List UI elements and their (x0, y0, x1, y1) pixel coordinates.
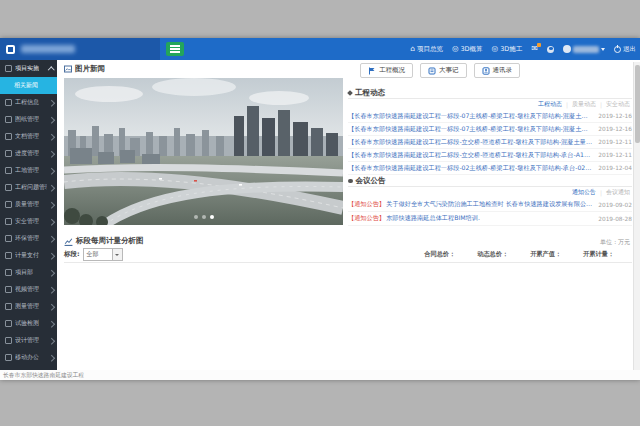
update-date: 2019-12-04 (598, 165, 632, 171)
flag-icon (368, 67, 376, 75)
username-blurred (573, 46, 599, 53)
sidebar-item-10[interactable]: 安全管理 (0, 213, 57, 230)
chevron-icon (48, 134, 54, 140)
sidebar-item-3[interactable]: 工程信息 (0, 94, 57, 111)
chevron-icon (48, 100, 54, 106)
menu-icon (5, 337, 12, 344)
sidebar-item-12[interactable]: 计量支付 (0, 247, 57, 264)
sidebar-item-label: 试验检测 (15, 319, 39, 328)
announcements-link-1[interactable]: 通知公告 (572, 188, 596, 197)
sidebar-item-label: 设计管理 (15, 336, 39, 345)
sidebar-item-1[interactable]: 项目实施 (0, 60, 57, 77)
chevron-icon (48, 236, 54, 242)
chevron-icon (48, 321, 54, 327)
analysis-controls: 标段: 全部 合同总价：动态总价：开累产值：开累计量： (64, 248, 632, 261)
section-bullet-icon (347, 90, 353, 96)
sidebar-item-label: 质量管理 (15, 200, 39, 209)
update-row-5[interactable]: 【长春市东部快速路南延建设工程一标段-02主线桥-桥梁工程-墩柱及下部结构-承台… (348, 162, 632, 175)
menu-icon (5, 354, 12, 361)
analysis-title: 标段每周计量分析图 (76, 236, 144, 246)
announcement-link: 东部快速路南延总体工程BIM培训. (386, 214, 592, 223)
updates-link-2[interactable]: 质量动态 (572, 100, 596, 109)
carousel-dot-3[interactable] (210, 215, 214, 219)
update-date: 2019-12-11 (598, 152, 632, 158)
analysis-unit: 单位：万元 (600, 238, 630, 247)
screen: { "topbar": { "nav": [ {"icon": "home-ic… (0, 0, 640, 426)
top-nav-label: 3D施工 (500, 45, 522, 54)
sidebar-item-17[interactable]: 设计管理 (0, 332, 57, 349)
sidebar-item-14[interactable]: 视频管理 (0, 281, 57, 298)
section-select[interactable]: 全部 (83, 248, 123, 261)
chevron-icon (48, 338, 54, 344)
updates-title: 工程动态 (355, 88, 385, 98)
update-date: 2019-12-16 (598, 113, 632, 119)
top-nav-item-3[interactable]: ◎3D施工 (492, 45, 523, 54)
update-date: 2019-12-16 (598, 126, 632, 132)
tab-2[interactable]: 大事记 (420, 63, 467, 78)
carousel-dot-1[interactable] (194, 215, 198, 219)
user-account[interactable] (563, 45, 605, 53)
sidebar-item-7[interactable]: 工地管理 (0, 162, 57, 179)
total-label-3: 开累产值： (530, 250, 561, 259)
announcement-row-2[interactable]: 【通知公告】东部快速路南延总体工程BIM培训.2019-08-28 (348, 212, 632, 226)
tab-1[interactable]: 工程概况 (360, 63, 413, 78)
menu-icon (5, 218, 12, 225)
chevron-icon (48, 253, 54, 259)
sidebar-item-8[interactable]: 工程问题管理 (0, 179, 57, 196)
sidebar-item-9[interactable]: 质量管理 (0, 196, 57, 213)
vertical-scrollbar[interactable] (633, 62, 640, 370)
sidebar-item-5[interactable]: 文档管理 (0, 128, 57, 145)
top-nav-label: 项目总览 (417, 45, 443, 54)
news-carousel[interactable] (64, 78, 343, 225)
total-label-2: 动态总价： (477, 250, 508, 259)
top-nav-items: ⌂项目总览◎3D概算◎3D施工✉退出 (410, 38, 636, 60)
divider (348, 186, 632, 187)
chevron-icon (48, 355, 54, 361)
updates-link-1[interactable]: 工程动态 (538, 100, 562, 109)
logout-label: 退出 (623, 45, 636, 54)
chevron-icon (48, 67, 54, 73)
sidebar-item-15[interactable]: 测量管理 (0, 298, 57, 315)
announcements-link-2[interactable]: 会议通知 (606, 188, 630, 197)
carousel-dot-2[interactable] (202, 215, 206, 219)
update-row-2[interactable]: 【长春市东部快速路南延建设工程一标段-07主线桥-桥梁工程-墩柱及下部结构-混凝… (348, 123, 632, 136)
sidebar-item-6[interactable]: 进度管理 (0, 145, 57, 162)
sidebar-toggle-button[interactable] (166, 42, 184, 56)
update-row-3[interactable]: 【长春市东部快速路南延建设工程二标段-立交桥-匝道桥工程-墩柱及下部结构-混凝土… (348, 136, 632, 149)
menu-icon (5, 269, 12, 276)
announcement-link: 关于做好全市大气污染防治施工工地检查时 长春市快速路建设发展有限公司、中铁一局集… (386, 200, 592, 209)
top-nav-item-2[interactable]: ◎3D概算 (452, 45, 483, 54)
top-nav-item-1[interactable]: ⌂项目总览 (410, 45, 443, 54)
sidebar-item-label: 项目部 (15, 268, 33, 277)
menu-icon (5, 99, 12, 106)
menu-icon (5, 252, 12, 259)
sidebar-item-label: 安全管理 (15, 217, 39, 226)
sidebar-item-16[interactable]: 试验检测 (0, 315, 57, 332)
updates-link-3[interactable]: 安全动态 (606, 100, 630, 109)
scrollbar-thumb[interactable] (635, 65, 640, 143)
update-row-1[interactable]: 【长春市东部快速路南延建设工程一标段-07主线桥-桥梁工程-墩柱及下部结构-混凝… (348, 110, 632, 123)
tab-label: 通讯录 (493, 66, 513, 75)
sidebar-item-18[interactable]: 移动办公 (0, 349, 57, 366)
sidebar-item-11[interactable]: 环保管理 (0, 230, 57, 247)
announcement-row-1[interactable]: 【通知公告】关于做好全市大气污染防治施工工地检查时 长春市快速路建设发展有限公司… (348, 198, 632, 212)
cube-icon: ◎ (492, 45, 499, 53)
update-row-4[interactable]: 【长春市东部快速路南延建设工程二标段-立交桥-匝道桥工程-墩柱及下部结构-承台-… (348, 149, 632, 162)
tab-3[interactable]: 通讯录 (474, 63, 521, 78)
logout-button[interactable]: 退出 (614, 45, 636, 54)
chevron-down-icon (112, 249, 122, 260)
link-separator: | (600, 189, 602, 196)
link-separator: | (600, 101, 602, 108)
quick-tabs: 工程概况大事记通讯录 (360, 63, 520, 78)
mail-icon[interactable]: ✉ (531, 45, 538, 53)
divider (348, 98, 632, 99)
announcements-list: 【通知公告】关于做好全市大气污染防治施工工地检查时 长春市快速路建设发展有限公司… (348, 198, 632, 226)
sidebar-item-13[interactable]: 项目部 (0, 264, 57, 281)
user-icon[interactable] (547, 46, 554, 53)
sidebar-item-label: 计量支付 (15, 251, 39, 260)
chevron-icon (48, 270, 54, 276)
sidebar-item-4[interactable]: 图纸管理 (0, 111, 57, 128)
sidebar-item-2[interactable]: 相关新闻 (0, 77, 57, 94)
announcements-filter-links: 通知公告|会议通知 (572, 188, 630, 197)
menu-icon (5, 184, 12, 191)
